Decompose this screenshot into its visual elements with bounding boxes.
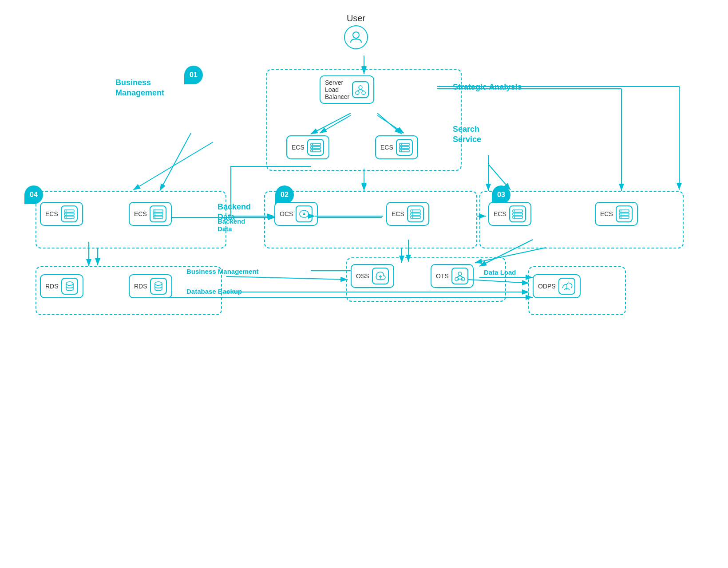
ecs-icon bbox=[307, 139, 324, 156]
slb-label: ServerLoadBalancer bbox=[325, 79, 349, 100]
svg-point-53 bbox=[621, 217, 621, 217]
oss-icon bbox=[372, 268, 389, 284]
svg-point-46 bbox=[514, 213, 515, 214]
slb-icon bbox=[352, 81, 369, 98]
ots-service-box: OTS bbox=[431, 264, 474, 288]
search-service-label: SearchService bbox=[453, 124, 481, 145]
svg-line-22 bbox=[357, 89, 360, 91]
svg-line-82 bbox=[133, 142, 213, 190]
svg-point-35 bbox=[401, 150, 402, 151]
svg-point-52 bbox=[621, 213, 621, 214]
bubble-03: 03 bbox=[492, 185, 510, 204]
svg-point-18 bbox=[353, 32, 359, 38]
ecs-group03-1: ECS bbox=[488, 202, 531, 226]
bubble-04: 04 bbox=[24, 185, 43, 204]
ecs-label-2: ECS bbox=[380, 144, 393, 151]
rds-label-2: RDS bbox=[134, 283, 147, 290]
svg-point-58 bbox=[66, 213, 67, 214]
ecs-group04-2-label: ECS bbox=[134, 210, 147, 217]
svg-point-74 bbox=[155, 282, 162, 285]
svg-point-67 bbox=[458, 272, 462, 276]
ecs-group02-label: ECS bbox=[392, 210, 404, 217]
ecs-icon-5 bbox=[616, 205, 633, 222]
svg-point-51 bbox=[621, 210, 621, 211]
svg-line-23 bbox=[360, 89, 364, 91]
ecs-icon-4 bbox=[509, 205, 526, 222]
svg-point-40 bbox=[412, 213, 413, 214]
svg-point-45 bbox=[514, 210, 515, 211]
backend-data-arrow-label: BackendData bbox=[218, 217, 245, 233]
svg-point-39 bbox=[412, 210, 413, 211]
ecs-group03-1-label: ECS bbox=[494, 210, 506, 217]
user-label: User bbox=[347, 13, 365, 24]
user-icon bbox=[344, 25, 368, 49]
svg-line-87 bbox=[226, 276, 348, 280]
svg-point-63 bbox=[154, 210, 155, 211]
business-management-label: BusinessManagement bbox=[115, 78, 164, 99]
ecs-group01-1: ECS bbox=[286, 135, 329, 159]
rds-service-box-2: RDS bbox=[129, 274, 172, 298]
svg-point-33 bbox=[401, 144, 402, 145]
svg-point-21 bbox=[362, 91, 365, 95]
svg-point-57 bbox=[66, 210, 67, 211]
rds-icon-2 bbox=[150, 278, 167, 295]
slb-service-box: ServerLoadBalancer bbox=[320, 75, 374, 104]
ecs-group04-1: ECS bbox=[40, 202, 83, 226]
data-load-arrow-label: Data Load bbox=[484, 268, 516, 276]
ecs-label: ECS bbox=[292, 144, 305, 151]
ots-icon bbox=[451, 268, 468, 284]
odps-icon bbox=[558, 278, 575, 295]
rds-icon-1 bbox=[61, 278, 78, 295]
bubble-01: 01 bbox=[184, 66, 203, 84]
rds-label-1: RDS bbox=[45, 283, 59, 290]
ecs-group02: ECS bbox=[386, 202, 429, 226]
svg-point-29 bbox=[312, 150, 313, 151]
ecs-group03-2-label: ECS bbox=[600, 210, 613, 217]
svg-line-17 bbox=[160, 133, 191, 191]
svg-point-41 bbox=[412, 217, 413, 217]
svg-point-28 bbox=[312, 147, 313, 148]
ecs-group04-1-label: ECS bbox=[45, 210, 58, 217]
svg-point-34 bbox=[401, 147, 402, 148]
ecs-icon-7 bbox=[150, 205, 166, 222]
odps-service-box: ODPS bbox=[533, 274, 581, 298]
ecs-icon-2 bbox=[396, 139, 413, 156]
svg-point-19 bbox=[359, 86, 362, 89]
ocs-label: OCS bbox=[280, 210, 293, 217]
svg-point-20 bbox=[356, 91, 359, 95]
ocs-icon bbox=[296, 205, 313, 222]
architecture-diagram: User 01 ServerLoadBalancer ECS bbox=[0, 0, 728, 568]
database-backup-arrow-label: Database Backup bbox=[186, 288, 242, 295]
bubble-02: 02 bbox=[275, 185, 294, 204]
svg-point-64 bbox=[154, 213, 155, 214]
svg-line-71 bbox=[460, 276, 463, 277]
svg-point-59 bbox=[66, 217, 67, 217]
ecs-icon-3 bbox=[407, 205, 424, 222]
rds-service-box-1: RDS bbox=[40, 274, 83, 298]
ecs-icon-6 bbox=[61, 205, 78, 222]
svg-line-70 bbox=[457, 276, 460, 277]
svg-point-65 bbox=[154, 217, 155, 217]
strategic-analysis-label: Strategic Analysis bbox=[453, 82, 522, 92]
svg-point-27 bbox=[312, 144, 313, 145]
oss-service-box: OSS bbox=[351, 264, 394, 288]
svg-point-73 bbox=[66, 282, 73, 285]
ecs-group03-2: ECS bbox=[595, 202, 638, 226]
svg-point-47 bbox=[514, 217, 515, 217]
ots-label: OTS bbox=[436, 272, 449, 280]
ecs-group04-2: ECS bbox=[129, 202, 172, 226]
business-management-arrow-label: Business Management bbox=[186, 268, 259, 275]
ocs-service-box: OCS bbox=[274, 202, 318, 226]
ecs-group01-2: ECS bbox=[375, 135, 418, 159]
user-block: User bbox=[344, 13, 368, 49]
oss-label: OSS bbox=[356, 272, 369, 280]
odps-label: ODPS bbox=[538, 283, 556, 290]
